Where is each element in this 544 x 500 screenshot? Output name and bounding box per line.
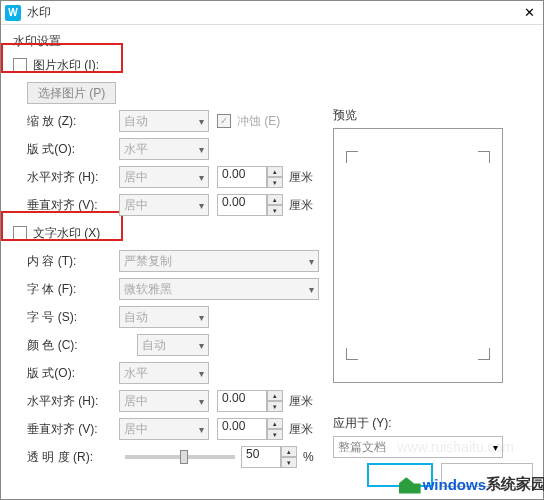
settings-group-label: 水印设置 [13,33,531,50]
font-label: 字 体 (F): [27,281,119,298]
zoom-label: 缩 放 (Z): [27,113,119,130]
watermark-url: www.ruishaitu.com [397,439,514,455]
image-watermark-checkbox[interactable] [13,58,27,72]
txt-style-label: 版 式(O): [27,365,119,382]
chevron-down-icon: ▾ [199,340,204,351]
content-label: 内 容 (T): [27,253,119,270]
corner-mark [346,348,358,360]
spin-down[interactable]: ▾ [267,401,283,412]
chevron-down-icon: ▾ [199,144,204,155]
img-halign-spinner[interactable]: 0.00 [217,166,267,188]
titlebar: W 水印 ✕ [1,1,543,25]
img-style-label: 版 式(O): [27,141,119,158]
chevron-down-icon: ▾ [199,424,204,435]
text-watermark-label: 文字水印 (X) [33,225,100,242]
spin-up[interactable]: ▴ [267,166,283,177]
txt-valign-label: 垂直对齐 (V): [27,421,119,438]
corner-mark [478,151,490,163]
preview-label: 预览 [333,107,529,124]
unit-label: 厘米 [289,197,313,214]
txt-halign-spinner[interactable]: 0.00 [217,390,267,412]
unit-label: 厘米 [289,393,313,410]
chevron-down-icon: ▾ [309,284,314,295]
text-watermark-checkbox[interactable] [13,226,27,240]
spin-up[interactable]: ▴ [267,194,283,205]
left-column: 图片水印 (I): 选择图片 (P) 缩 放 (Z): 自动▾ ✓ 冲蚀 (E)… [13,54,323,468]
chevron-down-icon: ▾ [199,200,204,211]
opacity-slider[interactable] [125,455,235,459]
window-title: 水印 [27,4,51,21]
img-style-select[interactable]: 水平▾ [119,138,209,160]
spin-up[interactable]: ▴ [267,390,283,401]
color-select[interactable]: 自动▾ [137,334,209,356]
color-label: 颜 色 (C): [27,337,119,354]
page-watermark: windows系统家园 [399,475,544,494]
txt-halign-label: 水平对齐 (H): [27,393,119,410]
chevron-down-icon: ▾ [199,396,204,407]
txt-valign-select[interactable]: 居中▾ [119,418,209,440]
unit-label: 厘米 [289,421,313,438]
font-select[interactable]: 微软雅黑▾ [119,278,319,300]
chevron-down-icon: ▾ [199,172,204,183]
spin-down[interactable]: ▾ [267,429,283,440]
spin-down[interactable]: ▾ [267,205,283,216]
unit-label: 厘米 [289,169,313,186]
slider-thumb[interactable] [180,450,188,464]
txt-style-select[interactable]: 水平▾ [119,362,209,384]
img-valign-spinner[interactable]: 0.00 [217,194,267,216]
opacity-label: 透 明 度 (R): [27,449,119,466]
preview-section: 预览 [333,107,529,383]
house-icon [399,476,421,494]
spin-down[interactable]: ▾ [281,457,297,468]
chevron-down-icon: ▾ [199,116,204,127]
erosion-checkbox[interactable]: ✓ [217,114,231,128]
select-picture-button[interactable]: 选择图片 (P) [27,82,116,104]
apply-to-label: 应用于 (Y): [333,415,503,432]
img-halign-select[interactable]: 居中▾ [119,166,209,188]
corner-mark [346,151,358,163]
corner-mark [478,348,490,360]
img-valign-select[interactable]: 居中▾ [119,194,209,216]
txt-valign-spinner[interactable]: 0.00 [217,418,267,440]
chevron-down-icon: ▾ [199,312,204,323]
size-select[interactable]: 自动▾ [119,306,209,328]
txt-halign-select[interactable]: 居中▾ [119,390,209,412]
app-icon: W [5,5,21,21]
content-select[interactable]: 严禁复制▾ [119,250,319,272]
watermark-text1: windows [423,476,486,493]
watermark-dialog: W 水印 ✕ 水印设置 图片水印 (I): 选择图片 (P) 缩 放 (Z): … [0,0,544,500]
spin-down[interactable]: ▾ [267,177,283,188]
size-label: 字 号 (S): [27,309,119,326]
close-button[interactable]: ✕ [519,5,539,20]
preview-box [333,128,503,383]
img-valign-label: 垂直对齐 (V): [27,197,119,214]
erosion-label: 冲蚀 (E) [237,113,280,130]
spin-up[interactable]: ▴ [267,418,283,429]
img-halign-label: 水平对齐 (H): [27,169,119,186]
spin-up[interactable]: ▴ [281,446,297,457]
watermark-text2: 系统家园 [486,475,544,494]
content-area: 水印设置 图片水印 (I): 选择图片 (P) 缩 放 (Z): 自动▾ ✓ [1,25,543,482]
opacity-spinner[interactable]: 50 [241,446,281,468]
image-watermark-label: 图片水印 (I): [33,57,99,74]
zoom-select[interactable]: 自动▾ [119,110,209,132]
chevron-down-icon: ▾ [309,256,314,267]
opacity-unit: % [303,450,314,464]
chevron-down-icon: ▾ [199,368,204,379]
